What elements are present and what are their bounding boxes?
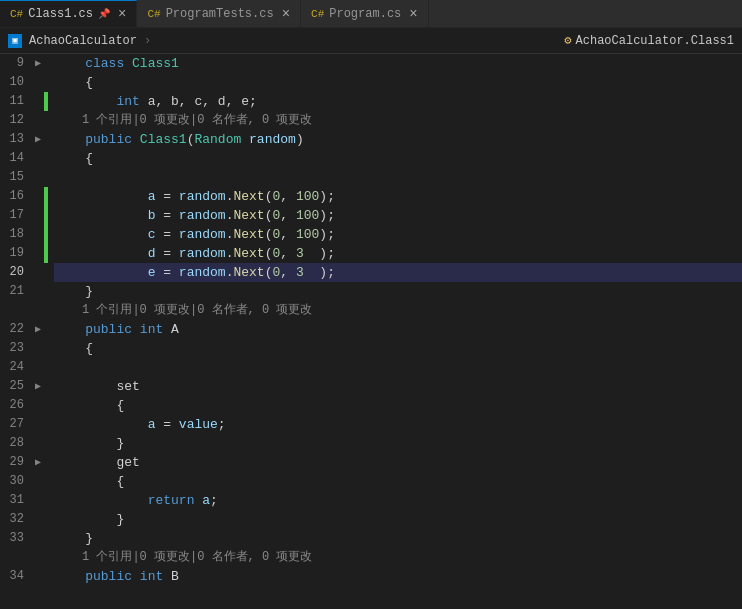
tab-close-0[interactable]: × [118, 6, 126, 22]
tab-pin-icon: 📌 [98, 8, 110, 20]
line-number: 34 [0, 567, 32, 586]
gutter-row: 26 [0, 396, 50, 415]
code-line: d = random.Next(0, 3 ); [54, 244, 742, 263]
fold-button[interactable]: ▶ [32, 320, 44, 339]
fold-button[interactable]: ▶ [32, 377, 44, 396]
token: Next [233, 263, 264, 282]
gutter-row: 14 [0, 149, 50, 168]
token: , [280, 225, 296, 244]
gutter-row: 16 [0, 187, 50, 206]
code-line: set [54, 377, 742, 396]
line-number: 30 [0, 472, 32, 491]
breadcrumb-right: ⚙ AchaoCalculator.Class1 [564, 33, 734, 48]
gutter-row: 30 [0, 472, 50, 491]
code-line: a = value; [54, 415, 742, 434]
line-number: 28 [0, 434, 32, 453]
token: = [155, 225, 178, 244]
change-indicator [44, 529, 48, 548]
fold-button [32, 149, 44, 168]
change-indicator [44, 244, 48, 263]
token: } [116, 510, 124, 529]
gutter-row: 17 [0, 206, 50, 225]
token [54, 54, 85, 73]
token: { [85, 339, 93, 358]
token: random [179, 263, 226, 282]
token: 0 [273, 263, 281, 282]
line-number: 24 [0, 358, 32, 377]
token [54, 92, 116, 111]
line-number: 10 [0, 73, 32, 92]
line-number [0, 301, 32, 320]
gutter-row: 12 [0, 111, 50, 130]
line-number: 32 [0, 510, 32, 529]
code-line: e = random.Next(0, 3 ); [54, 263, 742, 282]
token [54, 396, 116, 415]
gutter-row: 23 [0, 339, 50, 358]
token [54, 567, 85, 586]
token: ; [218, 415, 226, 434]
line-number: 22 [0, 320, 32, 339]
tab-Class1_cs[interactable]: C# Class1.cs 📌 × [0, 0, 137, 27]
gutter-row: 20 [0, 263, 50, 282]
breadcrumb-class[interactable]: AchaoCalculator.Class1 [576, 34, 734, 48]
change-indicator [44, 377, 48, 396]
token [54, 320, 85, 339]
breadcrumb-project[interactable]: AchaoCalculator [29, 34, 137, 48]
change-indicator [44, 548, 48, 567]
change-indicator [44, 358, 48, 377]
token: public [85, 567, 140, 586]
tab-close-1[interactable]: × [282, 6, 290, 22]
token: ); [319, 225, 335, 244]
token: ( [265, 263, 273, 282]
change-indicator [44, 320, 48, 339]
change-indicator [44, 187, 48, 206]
token: ; [210, 491, 218, 510]
token [54, 339, 85, 358]
token: 0 [273, 206, 281, 225]
tab-icon-2: C# [311, 8, 324, 20]
fold-button[interactable]: ▶ [32, 54, 44, 73]
token: ); [304, 244, 335, 263]
tab-close-2[interactable]: × [409, 6, 417, 22]
code-content[interactable]: class Class1 { int a, b, c, d, e;1 个引用|0… [50, 54, 742, 609]
fold-button[interactable]: ▶ [32, 130, 44, 149]
gutter-row: 18 [0, 225, 50, 244]
line-number: 23 [0, 339, 32, 358]
code-hint: 1 个引用|0 项更改|0 名作者, 0 项更改 [54, 548, 312, 567]
token: Next [233, 225, 264, 244]
gutter-row: 13▶ [0, 130, 50, 149]
change-indicator [44, 472, 48, 491]
token: a, b, c, d, e; [148, 92, 257, 111]
tab-label-2: Program.cs [329, 7, 401, 21]
token [54, 510, 116, 529]
fold-button[interactable]: ▶ [32, 453, 44, 472]
gutter-row: 19 [0, 244, 50, 263]
fold-button [32, 567, 44, 586]
token: , [280, 187, 296, 206]
token [54, 206, 148, 225]
breadcrumb-separator: › [144, 34, 151, 48]
token: } [116, 434, 124, 453]
line-number: 20 [0, 263, 32, 282]
line-number: 12 [0, 111, 32, 130]
change-indicator [44, 567, 48, 586]
code-line: { [54, 149, 742, 168]
gutter-row: 15 [0, 168, 50, 187]
token: { [85, 149, 93, 168]
token: = [155, 263, 178, 282]
token: Class1 [132, 54, 179, 73]
code-line: a = random.Next(0, 100); [54, 187, 742, 206]
token: } [85, 529, 93, 548]
token: int [140, 567, 171, 586]
line-number: 11 [0, 92, 32, 111]
fold-button [32, 358, 44, 377]
code-line [54, 358, 742, 377]
token: 0 [273, 244, 281, 263]
token [54, 244, 148, 263]
token [54, 225, 148, 244]
fold-button [32, 434, 44, 453]
tab-Program_cs[interactable]: C# Program.cs × [301, 0, 429, 27]
tab-ProgramTests_cs[interactable]: C# ProgramTests.cs × [137, 0, 301, 27]
line-number: 21 [0, 282, 32, 301]
token: . [226, 225, 234, 244]
